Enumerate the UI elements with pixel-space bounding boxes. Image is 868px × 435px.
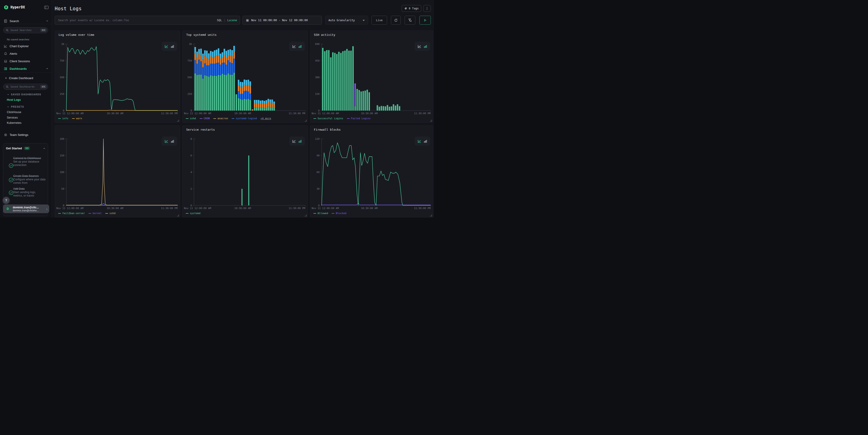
x-axis-labels: Nov 11 12:00:00 AM10:30:00 AM11:30:00 PM [55,112,180,115]
granularity-select[interactable]: Auto Granularity [325,16,368,25]
bar-view-icon[interactable] [171,45,174,48]
x-tick-label: 11:30:00 PM [414,112,431,115]
svg-text:200: 200 [60,137,64,141]
x-tick-label: 10:30:00 AM [361,207,378,210]
panel-title: SSH activity [314,33,335,36]
sql-mode-toggle[interactable]: SQL [217,19,222,22]
bar-view-icon[interactable] [424,139,427,143]
legend-item[interactable]: warn [72,117,82,120]
legend-item[interactable]: Successful Logins [313,117,343,120]
event-search-input[interactable] [58,19,217,22]
x-tick-label: Nov 11 12:00:00 AM [184,207,211,210]
bar-view-icon[interactable] [299,45,302,48]
sidebar-item-services[interactable]: Services [7,116,18,119]
legend-item[interactable]: fail2ban-server [58,212,85,215]
line-view-icon[interactable] [164,139,168,143]
search-icon [6,29,9,32]
legend-dash [58,118,61,119]
get-started-header[interactable]: Get Started 3/3 [6,147,45,150]
resize-grip[interactable] [305,120,307,122]
saved-searches-search[interactable]: ⌘K [3,27,48,33]
legend-dash [58,213,61,214]
filter-button[interactable] [405,16,415,25]
legend-item[interactable]: kernel [88,212,102,215]
user-menu[interactable]: D dominic.tran@clic... dominic.tran@clic… [3,205,49,213]
sidebar-item-chart-explorer[interactable]: Chart Explorer [0,43,52,49]
line-view-icon[interactable] [417,139,422,143]
bar-view-icon[interactable] [299,139,302,143]
resize-grip[interactable] [177,120,179,122]
svg-text:300: 300 [315,76,319,79]
lucene-mode-toggle[interactable]: Lucene [227,19,237,22]
saved-searches-input[interactable] [10,29,40,32]
saved-dashboards-input[interactable] [10,85,40,89]
saved-dashboards-search[interactable]: ⌘K [3,84,48,90]
chevron-down-icon [362,19,365,22]
legend-item[interactable]: systemd [186,212,200,215]
resize-grip[interactable] [430,120,432,122]
legend-item[interactable]: Blocked [332,212,346,215]
legend-label: systemd-logind [236,117,257,120]
svg-text:30: 30 [317,187,319,190]
x-tick-label: 11:30:00 PM [288,112,305,115]
resize-grip[interactable] [177,214,179,216]
refresh-button[interactable] [391,16,401,25]
legend-item[interactable]: systemd-logind [231,117,257,120]
help-button[interactable]: ? [2,196,10,204]
get-started-item[interactable]: Create Data Sources Configure where your… [13,175,45,185]
live-button[interactable]: Live [372,16,387,25]
search-icon [6,85,9,88]
legend-item[interactable]: CRON [200,117,210,120]
legend-dash [72,118,75,119]
svg-text:60: 60 [317,171,319,174]
svg-text:450: 450 [315,59,319,62]
legend-more-link[interactable]: +4 more [260,117,271,120]
sidebar-item-alerts[interactable]: Alerts [0,51,52,57]
chevron-down-icon [7,105,9,108]
line-view-icon[interactable] [164,44,168,48]
saved-dashboards-header[interactable]: SAVED DASHBOARDS [7,93,41,96]
legend-item[interactable]: sshd [105,212,116,215]
refresh-icon [394,19,398,22]
brand-name: HyperDX [10,5,25,9]
legend-item[interactable]: info [58,117,68,120]
run-query-button[interactable] [420,16,431,25]
panel-options-kebab-button[interactable]: ⋮ [423,5,431,12]
panel-log-volume-over-time: Log volume over time1K7505002500Nov 11 1… [55,31,180,123]
date-range-picker[interactable]: Nov 11 00:00:00 - Nov 12 00:00:00 [243,16,322,25]
sidebar-item-search[interactable]: Search [0,18,52,24]
get-started-item[interactable]: Add Data Start sending logs, metrics, or… [13,187,45,197]
sidebar-item-client-sessions[interactable]: Client Sessions [0,58,52,64]
chart-view-toggle [414,136,430,146]
chevron-up-icon [46,67,49,70]
x-tick-label: 10:30:00 AM [234,112,251,115]
chart-legend: systemd [186,212,200,215]
sidebar-item-host-logs[interactable]: Host Logs [7,98,21,101]
collapse-sidebar-icon[interactable] [44,6,49,9]
legend-item[interactable]: anacron [213,117,228,120]
legend-dash [231,118,234,119]
event-search[interactable]: SQL | Lucene [55,16,240,25]
legend-item[interactable]: Allowed [313,212,328,215]
svg-text:0: 0 [190,204,192,207]
bar-view-icon[interactable] [424,45,427,48]
resize-grip[interactable] [305,214,307,216]
create-dashboard-button[interactable]: + Create Dashboard [0,75,52,81]
x-tick-label: 11:30:00 PM [288,207,305,210]
sidebar-item-dashboards[interactable]: Dashboards [0,66,52,71]
bar-view-icon[interactable] [171,139,174,143]
tags-button[interactable]: 0 Tags [402,5,421,12]
line-view-icon[interactable] [292,139,296,143]
resize-grip[interactable] [430,214,432,216]
line-view-icon[interactable] [292,44,296,48]
avatar: D [5,206,11,212]
sidebar-item-kubernetes[interactable]: Kubernetes [7,121,22,124]
legend-item[interactable]: Failed Logins [347,117,371,120]
legend-item[interactable]: sshd [186,117,196,120]
get-started-item[interactable]: Connect to ClickHouse Set up your databa… [13,157,45,167]
presets-header[interactable]: PRESETS [7,105,24,108]
sidebar-item-clickhouse[interactable]: ClickHouse [7,111,21,114]
legend-label: CRON [204,117,210,120]
sidebar-item-team-settings[interactable]: Team Settings [0,132,52,138]
line-view-icon[interactable] [417,44,422,48]
